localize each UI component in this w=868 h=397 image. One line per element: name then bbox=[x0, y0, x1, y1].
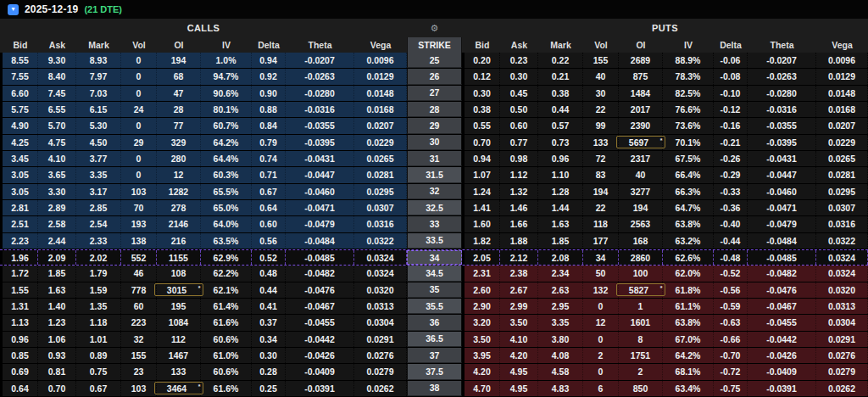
call-vol-cell[interactable]: 24 bbox=[121, 102, 157, 117]
call-theta-cell[interactable]: -0.0455 bbox=[286, 315, 354, 330]
call-oi-cell[interactable]: 1155 bbox=[157, 250, 201, 265]
put-bid-cell[interactable]: 2.05 bbox=[465, 250, 500, 265]
call-delta-cell[interactable]: 0.94 bbox=[252, 53, 286, 68]
call-vega-cell[interactable]: 0.0168 bbox=[354, 102, 407, 117]
call-bid-cell[interactable]: 6.60 bbox=[3, 86, 38, 101]
put-theta-cell[interactable]: -0.0460 bbox=[748, 184, 816, 199]
put-vol-cell[interactable]: 155 bbox=[583, 53, 619, 68]
call-vol-cell[interactable]: 138 bbox=[121, 233, 157, 249]
put-iv-cell[interactable]: 66.4% bbox=[663, 167, 714, 182]
call-mark-cell[interactable]: 3.17 bbox=[76, 184, 121, 199]
call-mark-cell[interactable]: 1.35 bbox=[76, 299, 121, 314]
put-oi-cell[interactable]: 2689 bbox=[619, 53, 663, 68]
put-vol-cell[interactable]: 118 bbox=[583, 216, 619, 232]
put-theta-cell[interactable]: -0.0442 bbox=[748, 332, 816, 347]
put-vol-cell[interactable]: 30 bbox=[583, 86, 619, 101]
call-iv-cell[interactable]: 61.6% bbox=[201, 381, 252, 396]
call-ask-cell[interactable]: 1.63 bbox=[38, 282, 76, 298]
strike-cell[interactable]: 29 bbox=[407, 118, 462, 133]
call-bid-cell[interactable]: 1.13 bbox=[3, 315, 38, 330]
expand-collapse-icon[interactable]: ▾ bbox=[8, 4, 19, 15]
put-vega-cell[interactable]: 0.0313 bbox=[816, 299, 868, 314]
call-vol-cell[interactable]: 223 bbox=[121, 315, 157, 330]
call-mark-cell[interactable]: 1.01 bbox=[76, 332, 121, 347]
strike-cell[interactable]: 27 bbox=[407, 86, 462, 101]
call-bid-cell[interactable]: 1.55 bbox=[3, 282, 38, 298]
call-vega-cell[interactable]: 0.0129 bbox=[354, 69, 407, 84]
call-delta-cell[interactable]: 0.48 bbox=[252, 266, 286, 281]
put-bid-cell[interactable]: 4.20 bbox=[465, 364, 500, 379]
call-bid-cell[interactable]: 3.05 bbox=[3, 184, 38, 199]
call-vol-cell[interactable]: 193 bbox=[121, 216, 157, 232]
call-delta-cell[interactable]: 0.88 bbox=[252, 102, 286, 117]
strike-cell[interactable]: 32 bbox=[407, 184, 462, 199]
call-delta-cell[interactable]: 0.64 bbox=[252, 200, 286, 215]
put-vol-cell[interactable]: 72 bbox=[583, 151, 619, 166]
call-theta-column-header[interactable]: Theta bbox=[286, 37, 354, 53]
call-vol-column-header[interactable]: Vol bbox=[121, 37, 157, 53]
call-iv-cell[interactable]: 60.7% bbox=[201, 118, 252, 133]
put-theta-cell[interactable]: -0.0482 bbox=[748, 266, 816, 281]
call-mark-cell[interactable]: 1.18 bbox=[76, 315, 121, 330]
call-ask-cell[interactable]: 3.65 bbox=[38, 167, 76, 182]
call-iv-cell[interactable]: 60.6% bbox=[201, 332, 252, 347]
call-delta-cell[interactable]: 0.92 bbox=[252, 69, 286, 84]
put-oi-cell[interactable]: 8 bbox=[619, 332, 663, 347]
put-delta-cell[interactable]: -0.70 bbox=[714, 348, 748, 363]
put-delta-cell[interactable]: -0.44 bbox=[714, 233, 748, 249]
call-oi-cell[interactable]: 28 bbox=[157, 102, 201, 117]
put-bid-cell[interactable]: 1.60 bbox=[465, 216, 500, 232]
put-ask-cell[interactable]: 2.99 bbox=[500, 299, 538, 314]
put-mark-cell[interactable]: 0.22 bbox=[538, 53, 583, 68]
call-vega-cell[interactable]: 0.0262 bbox=[354, 381, 407, 396]
call-vega-cell[interactable]: 0.0295 bbox=[354, 184, 407, 199]
put-ask-cell[interactable]: 4.20 bbox=[500, 348, 538, 363]
put-vega-cell[interactable]: 0.0148 bbox=[816, 86, 868, 101]
call-oi-cell[interactable]: 108 bbox=[157, 266, 201, 281]
call-delta-cell[interactable]: 0.84 bbox=[252, 118, 286, 133]
put-oi-cell[interactable]: 1601 bbox=[619, 315, 663, 330]
call-oi-cell[interactable]: 77 bbox=[157, 118, 201, 133]
call-oi-cell[interactable]: 133 bbox=[157, 364, 201, 379]
put-iv-column-header[interactable]: IV bbox=[663, 37, 714, 53]
put-bid-cell[interactable]: 2.90 bbox=[465, 299, 500, 314]
call-vega-cell[interactable]: 0.0316 bbox=[354, 216, 407, 232]
put-ask-cell[interactable]: 0.30 bbox=[500, 69, 538, 84]
call-delta-cell[interactable]: 0.30 bbox=[252, 348, 286, 363]
put-mark-cell[interactable]: 4.58 bbox=[538, 364, 583, 379]
put-oi-cell[interactable]: 2860 bbox=[619, 250, 663, 265]
put-iv-cell[interactable]: 73.6% bbox=[663, 118, 714, 133]
call-oi-cell[interactable]: 3464* bbox=[157, 381, 201, 396]
put-oi-cell[interactable]: 2 bbox=[619, 364, 663, 379]
put-bid-cell[interactable]: 1.07 bbox=[465, 167, 500, 182]
call-bid-cell[interactable]: 2.51 bbox=[3, 216, 38, 232]
put-iv-cell[interactable]: 64.2% bbox=[663, 348, 714, 363]
put-oi-cell[interactable]: 40 bbox=[619, 167, 663, 182]
put-vol-cell[interactable]: 0 bbox=[583, 332, 619, 347]
call-bid-column-header[interactable]: Bid bbox=[3, 37, 38, 53]
put-ask-cell[interactable]: 0.77 bbox=[500, 135, 538, 150]
call-vega-cell[interactable]: 0.0307 bbox=[354, 200, 407, 215]
call-theta-cell[interactable]: -0.0355 bbox=[286, 118, 354, 133]
call-iv-cell[interactable]: 64.4% bbox=[201, 151, 252, 166]
put-bid-cell[interactable]: 1.41 bbox=[465, 200, 500, 215]
gear-icon[interactable]: ⚙ bbox=[407, 23, 462, 34]
call-mark-cell[interactable]: 1.79 bbox=[76, 266, 121, 281]
put-vol-cell[interactable]: 12 bbox=[583, 315, 619, 330]
put-vega-cell[interactable]: 0.0307 bbox=[816, 200, 868, 215]
put-mark-cell[interactable]: 0.44 bbox=[538, 102, 583, 117]
put-vega-cell[interactable]: 0.0291 bbox=[816, 332, 868, 347]
put-theta-cell[interactable]: -0.0355 bbox=[748, 118, 816, 133]
call-mark-cell[interactable]: 2.85 bbox=[76, 200, 121, 215]
put-bid-cell[interactable]: 0.94 bbox=[465, 151, 500, 166]
call-delta-cell[interactable]: 0.90 bbox=[252, 86, 286, 101]
call-vega-cell[interactable]: 0.0229 bbox=[354, 135, 407, 150]
put-mark-cell[interactable]: 1.28 bbox=[538, 184, 583, 199]
call-ask-cell[interactable]: 1.85 bbox=[38, 266, 76, 281]
call-delta-cell[interactable]: 0.34 bbox=[252, 332, 286, 347]
call-iv-cell[interactable]: 1.0% bbox=[201, 53, 252, 68]
put-mark-cell[interactable]: 0.21 bbox=[538, 69, 583, 84]
put-mark-cell[interactable]: 0.96 bbox=[538, 151, 583, 166]
call-delta-column-header[interactable]: Delta bbox=[252, 37, 286, 53]
call-ask-column-header[interactable]: Ask bbox=[38, 37, 76, 53]
